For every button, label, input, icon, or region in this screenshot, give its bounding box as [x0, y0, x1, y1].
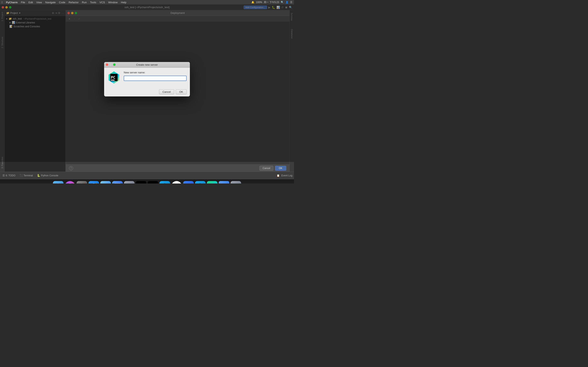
dock-terminal[interactable]: $_ — [136, 181, 146, 184]
bottom-bar: ☰ 6: TODO ⬛ Terminal 🐍 Python Console 📋 … — [0, 172, 294, 179]
menu-help[interactable]: Help — [121, 1, 126, 4]
bottom-right: 📋 Event Log — [277, 174, 292, 177]
user-avatar[interactable]: 👤 — [285, 1, 288, 4]
menu-run[interactable]: Run — [82, 1, 87, 4]
dialog-traffic-lights — [106, 63, 116, 66]
tab-todo[interactable]: ☰ 6: TODO — [2, 174, 16, 177]
deployment-cancel-button[interactable]: Cancel — [259, 166, 273, 171]
dock-qq2[interactable]: 🐧 — [195, 181, 206, 184]
menu-navigate[interactable]: Navigate — [45, 1, 56, 4]
dock-safari[interactable]: 🧭 — [88, 181, 99, 184]
dock-settings[interactable]: ⚙ — [124, 181, 135, 184]
dialog-cancel-button[interactable]: Cancel — [159, 89, 174, 94]
dock-folder[interactable]: 📁 — [219, 181, 229, 184]
tab-python-console-label: Python Console — [41, 174, 58, 177]
server-name-input[interactable] — [124, 76, 187, 81]
dialog-ok-button[interactable]: OK — [176, 89, 187, 94]
svg-point-0 — [67, 184, 73, 184]
footer-right: Cancel OK — [259, 166, 286, 171]
todo-icon: ☰ — [2, 174, 5, 177]
dock-pycharm[interactable]: PC — [207, 181, 217, 184]
modal-overlay: Create new server PC New server name: — [0, 4, 294, 162]
dialog-minimize-button — [109, 63, 112, 66]
menu-vcs[interactable]: VCS — [99, 1, 105, 4]
battery-status: 100% — [256, 1, 262, 4]
dock-siri[interactable] — [65, 181, 75, 184]
dock-rocket[interactable]: 🚀 — [77, 181, 87, 184]
svg-rect-8 — [208, 183, 216, 184]
menu-bar:  PyCharm File Edit View Navigate Code R… — [0, 0, 294, 4]
deployment-ok-button[interactable]: OK — [275, 166, 286, 171]
clock: 周一 下午5:23 — [264, 1, 279, 4]
dock-trash[interactable]: 🗑 — [231, 181, 241, 184]
menu-pycharm[interactable]: PyCharm — [6, 1, 17, 4]
dock-chrome[interactable] — [171, 181, 182, 184]
deployment-footer: ? Cancel OK — [66, 164, 290, 172]
svg-rect-14 — [111, 80, 114, 81]
menu-edit[interactable]: Edit — [28, 1, 33, 4]
menu-window[interactable]: Window — [108, 1, 118, 4]
menu-file[interactable]: File — [21, 1, 25, 4]
dialog-title: Create new server — [136, 63, 158, 66]
dock-finder[interactable]: 😊 — [53, 181, 63, 184]
svg-text:PC: PC — [111, 75, 115, 80]
menu-code[interactable]: Code — [59, 1, 65, 4]
help-button[interactable]: ? — [69, 166, 73, 170]
apple-menu[interactable]:  — [2, 1, 3, 4]
notification-icon[interactable]: 🔔 — [251, 1, 254, 4]
server-name-label: New server name: — [124, 71, 187, 74]
dialog-close-button[interactable] — [106, 63, 108, 66]
search-icon[interactable]: 🔍 — [281, 1, 284, 4]
dock-appstore[interactable]: 🅰 — [112, 181, 123, 184]
dialog-buttons: Cancel OK — [104, 87, 190, 96]
event-log-label[interactable]: Event Log — [281, 174, 292, 177]
tab-terminal[interactable]: ⬛ Terminal — [19, 174, 34, 177]
dock-qq[interactable]: 🐧 — [159, 181, 170, 184]
dialog-maximize-button[interactable] — [113, 63, 116, 66]
pycharm-logo-icon: PC — [107, 71, 121, 84]
dock-mail[interactable]: ✉ — [100, 181, 111, 184]
svg-point-4 — [173, 182, 181, 184]
event-log-icon: 📋 — [277, 174, 280, 177]
dock-privacy-eraser[interactable]: 👁 — [183, 181, 194, 184]
menu-view[interactable]: View — [36, 1, 42, 4]
menu-tools[interactable]: Tools — [90, 1, 96, 4]
menu-refactor[interactable]: Refactor — [69, 1, 79, 4]
terminal-icon: ⬛ — [20, 174, 23, 177]
dialog-form: New server name: — [124, 71, 187, 81]
tab-terminal-label: Terminal — [24, 174, 33, 177]
python-icon: 🐍 — [37, 174, 40, 177]
footer-left: ? — [69, 166, 73, 170]
sidebar-toggle-icon[interactable]: ☰ — [290, 1, 292, 4]
dialog-titlebar: Create new server — [104, 62, 190, 68]
dock: 😊 🚀 🧭 ✉ 🅰 ⚙ $_ 🐧 👁 🐧 PC 📁 🗑 — [0, 179, 294, 184]
tab-todo-label: 6: TODO — [6, 174, 16, 177]
dock-activity-monitor[interactable] — [148, 181, 158, 184]
tab-python-console[interactable]: 🐍 Python Console — [36, 174, 59, 177]
svg-rect-3 — [149, 183, 156, 184]
dialog-body: PC New server name: — [104, 68, 190, 87]
menu-bar-right: 🔔 100% 周一 下午5:23 🔍 👤 ☰ — [251, 1, 292, 4]
create-server-dialog: Create new server PC New server name: — [104, 62, 190, 96]
